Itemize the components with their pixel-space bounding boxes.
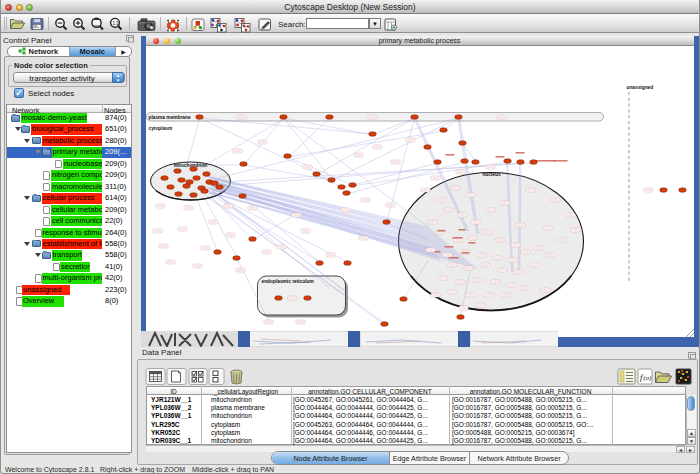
svg-text:nucleus: nucleus [482, 172, 500, 177]
svg-text:unassigned: unassigned [626, 85, 653, 90]
svg-text:1:1: 1:1 [113, 21, 120, 26]
svg-text:cytoplasm: cytoplasm [148, 126, 172, 131]
svg-text:plasma membrane: plasma membrane [148, 115, 190, 120]
svg-text:endoplasmic reticulum: endoplasmic reticulum [261, 279, 313, 284]
svg-text:(o): (o) [644, 374, 652, 382]
